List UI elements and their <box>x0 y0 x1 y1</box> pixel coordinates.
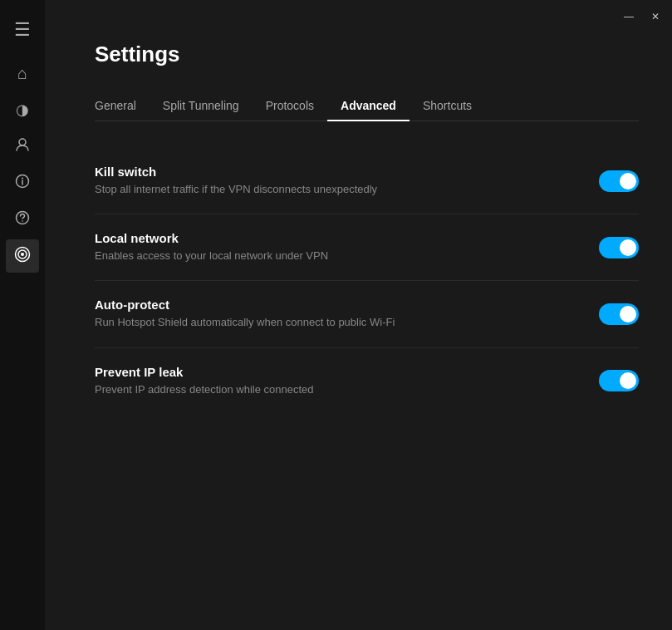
sidebar-item-home[interactable]: ⌂ <box>6 57 39 90</box>
page-title: Settings <box>95 42 639 67</box>
auto-protect-desc: Run Hotspot Shield automatically when co… <box>95 315 566 330</box>
target-icon <box>14 246 31 267</box>
tab-advanced[interactable]: Advanced <box>327 91 410 121</box>
setting-text-local-network: Local network Enables access to your loc… <box>95 231 599 263</box>
settings-content: Settings General Split Tunneling Protoco… <box>45 33 672 630</box>
minimize-button[interactable] <box>622 10 635 23</box>
prevent-ip-leak-toggle[interactable] <box>599 370 639 391</box>
sidebar-item-info[interactable] <box>6 166 39 199</box>
auto-protect-title: Auto-protect <box>95 298 566 312</box>
sidebar-item-help[interactable] <box>6 203 39 236</box>
kill-switch-title: Kill switch <box>95 165 566 179</box>
setting-row-local-network: Local network Enables access to your loc… <box>95 214 639 281</box>
auto-protect-slider <box>599 303 639 325</box>
sidebar: ☰ ⌂ ◑ <box>0 0 45 630</box>
tab-shortcuts[interactable]: Shortcuts <box>410 91 485 121</box>
kill-switch-desc: Stop all internet traffic if the VPN dis… <box>95 182 566 197</box>
home-icon: ⌂ <box>17 64 27 83</box>
settings-tabs: General Split Tunneling Protocols Advanc… <box>95 91 639 121</box>
auto-protect-toggle[interactable] <box>599 303 639 325</box>
sidebar-item-menu[interactable]: ☰ <box>6 13 39 47</box>
local-network-title: Local network <box>95 231 566 245</box>
svg-point-3 <box>22 177 23 179</box>
tab-general[interactable]: General <box>95 91 150 121</box>
user-icon <box>15 137 30 156</box>
setting-text-auto-protect: Auto-protect Run Hotspot Shield automati… <box>95 298 599 330</box>
local-network-toggle[interactable] <box>599 237 639 258</box>
help-icon <box>15 210 30 229</box>
setting-text-kill-switch: Kill switch Stop all internet traffic if… <box>95 165 599 197</box>
main-content: Settings General Split Tunneling Protoco… <box>45 0 672 630</box>
kill-switch-toggle[interactable] <box>599 170 639 192</box>
info-icon <box>15 174 30 193</box>
speed-icon: ◑ <box>16 101 29 119</box>
prevent-ip-leak-slider <box>599 370 639 391</box>
sidebar-item-target[interactable] <box>6 239 39 273</box>
local-network-slider <box>599 237 639 258</box>
titlebar <box>45 0 672 33</box>
svg-point-8 <box>21 253 24 256</box>
sidebar-item-user[interactable] <box>6 130 39 163</box>
menu-icon: ☰ <box>14 19 31 41</box>
local-network-desc: Enables access to your local network und… <box>95 249 566 263</box>
setting-row-auto-protect: Auto-protect Run Hotspot Shield automati… <box>95 281 639 347</box>
svg-point-0 <box>19 139 26 145</box>
prevent-ip-leak-desc: Prevent IP address detection while conne… <box>95 382 566 397</box>
sidebar-item-speed[interactable]: ◑ <box>6 93 39 126</box>
svg-point-5 <box>22 220 23 222</box>
settings-list: Kill switch Stop all internet traffic if… <box>95 148 639 414</box>
close-button[interactable] <box>649 10 662 23</box>
tab-protocols[interactable]: Protocols <box>253 91 327 121</box>
setting-row-prevent-ip-leak: Prevent IP leak Prevent IP address detec… <box>95 348 639 414</box>
tab-split-tunneling[interactable]: Split Tunneling <box>150 91 253 121</box>
setting-row-kill-switch: Kill switch Stop all internet traffic if… <box>95 148 639 214</box>
kill-switch-slider <box>599 170 639 192</box>
prevent-ip-leak-title: Prevent IP leak <box>95 365 566 379</box>
setting-text-prevent-ip-leak: Prevent IP leak Prevent IP address detec… <box>95 365 599 397</box>
